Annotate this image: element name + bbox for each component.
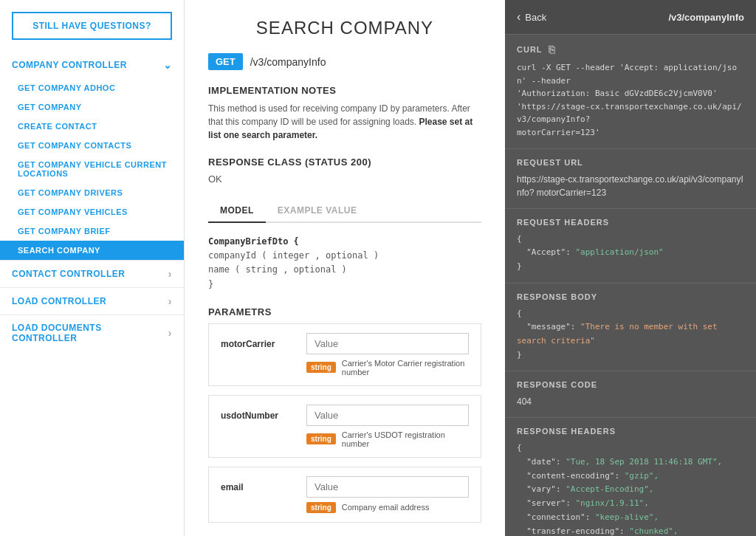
- param-type-row-email: string Company email address: [306, 502, 469, 513]
- sidebar-load-controller-header[interactable]: LOAD CONTROLLER ›: [0, 287, 184, 315]
- implementation-notes-title: IMPLEMENTATION NOTES: [208, 85, 481, 96]
- method-bar: GET /v3/companyInfo: [208, 53, 481, 70]
- tab-example-value[interactable]: EXAMPLE VALUE: [266, 199, 369, 223]
- param-input-email[interactable]: [306, 476, 469, 498]
- curl-title: CURL ⎘: [517, 44, 744, 55]
- sidebar-company-controller-label: COMPANY CONTROLLER: [12, 60, 127, 70]
- right-panel-header: ‹ Back /v3/companyInfo: [505, 0, 756, 35]
- response-body-section: RESPONSE BODY { "message": "There is no …: [505, 284, 756, 372]
- resp-body-message-key: "message":: [526, 322, 575, 331]
- request-headers-section: REQUEST HEADERS { "Accept": "application…: [505, 209, 756, 284]
- resp-headers-open-brace: {: [517, 443, 522, 453]
- request-url-section: REQUEST URL https://stage-cx.transportex…: [505, 149, 756, 209]
- chevron-right-icon: ›: [168, 268, 172, 280]
- param-block-usdotNumber: usdotNumber string Carrier's USDOT regis…: [208, 395, 481, 458]
- resp-body-close-brace: }: [517, 350, 522, 360]
- response-code-value: 404: [517, 395, 744, 408]
- curl-section: CURL ⎘ curl -X GET --header 'Accept: app…: [505, 35, 756, 149]
- response-code-title: RESPONSE CODE: [517, 380, 744, 389]
- response-body-content: { "message": "There is no member with se…: [517, 307, 744, 363]
- method-path: /v3/companyInfo: [250, 56, 326, 68]
- sidebar-item-create-contact[interactable]: CREATE CONTACT: [0, 117, 184, 136]
- sidebar-load-documents-controller-header[interactable]: LOAD DOCUMENTS CONTROLLER ›: [0, 315, 184, 351]
- param-block-email: email string Company email address: [208, 467, 481, 523]
- sidebar-item-get-company[interactable]: GET COMPANY: [0, 97, 184, 117]
- parameters-heading: PARAMETRS: [208, 306, 481, 317]
- request-url-content: https://stage-cx.transportexchange.co.uk…: [517, 173, 744, 199]
- req-headers-close-brace: }: [517, 261, 522, 271]
- param-type-badge-motorCarrier: string: [306, 362, 336, 373]
- right-panel: ‹ Back /v3/companyInfo CURL ⎘ curl -X GE…: [505, 0, 756, 536]
- model-field-2: }: [208, 278, 481, 292]
- resp-body-open-brace: {: [517, 309, 522, 318]
- parameters-section: PARAMETRS motorCarrier string Carrier's …: [208, 306, 481, 523]
- back-button[interactable]: ‹ Back: [517, 10, 546, 24]
- param-input-usdotNumber[interactable]: [306, 405, 469, 426]
- param-input-area-email: string Company email address: [306, 476, 469, 513]
- param-desc-motorCarrier: Carrier's Motor Carrier registration num…: [342, 359, 469, 377]
- resp-header-transfer: "transfer-encoding": "chunked",: [517, 526, 678, 536]
- chevron-right-icon-3: ›: [168, 327, 172, 339]
- response-headers-content: { "date": "Tue, 18 Sep 2018 11:46:18 GMT…: [517, 441, 744, 536]
- request-headers-title: REQUEST HEADERS: [517, 218, 744, 227]
- request-headers-content: { "Accept": "application/json" }: [517, 233, 744, 274]
- sidebar-item-get-company-vehicles[interactable]: GET COMPANY VEHICLES: [0, 202, 184, 221]
- param-desc-usdotNumber: Carrier's USDOT registration number: [342, 430, 469, 448]
- req-headers-open-brace: {: [517, 234, 522, 244]
- sidebar: STILL HAVE QUESTIONS? COMPANY CONTROLLER…: [0, 0, 185, 536]
- resp-header-date: "date": "Tue, 18 Sep 2018 11:46:18 GMT",: [517, 457, 722, 467]
- resp-header-encoding: "content-encoding": "gzip",: [517, 471, 659, 481]
- chevron-down-icon: ⌄: [163, 59, 173, 71]
- back-label: Back: [525, 12, 546, 23]
- param-input-motorCarrier[interactable]: [306, 333, 469, 354]
- sidebar-contact-controller-header[interactable]: CONTACT CONTROLLER ›: [0, 260, 184, 287]
- page-title: SEARCH COMPANY: [208, 18, 481, 38]
- param-type-badge-usdotNumber: string: [306, 433, 336, 444]
- sidebar-load-documents-label: LOAD DOCUMENTS CONTROLLER: [12, 323, 168, 343]
- sidebar-item-get-company-contacts[interactable]: GET COMPANY CONTACTS: [0, 136, 184, 155]
- response-code-section: RESPONSE CODE 404: [505, 371, 756, 418]
- sidebar-item-get-company-brief[interactable]: GET COMPANY BRIEF: [0, 221, 184, 241]
- model-content: CompanyBriefDto { companyId ( integer , …: [208, 235, 481, 292]
- resp-header-vary: "vary": "Accept-Encoding",: [517, 484, 653, 494]
- copy-icon[interactable]: ⎘: [549, 44, 555, 55]
- req-headers-accept-key: "Accept":: [526, 247, 571, 257]
- sidebar-contact-controller-label: CONTACT CONTROLLER: [12, 269, 125, 279]
- back-chevron-icon: ‹: [517, 10, 520, 24]
- param-row-motorCarrier: motorCarrier string Carrier's Motor Carr…: [221, 333, 469, 377]
- sidebar-load-controller-label: LOAD CONTROLLER: [12, 296, 106, 306]
- response-ok: OK: [208, 173, 481, 185]
- response-body-title: RESPONSE BODY: [517, 292, 744, 301]
- param-input-area-usdotNumber: string Carrier's USDOT registration numb…: [306, 405, 469, 448]
- param-name-usdotNumber: usdotNumber: [221, 405, 295, 421]
- param-name-email: email: [221, 476, 295, 492]
- still-questions-button[interactable]: STILL HAVE QUESTIONS?: [12, 12, 172, 40]
- param-input-area-motorCarrier: string Carrier's Motor Carrier registrat…: [306, 333, 469, 377]
- response-class-title: RESPONSE CLASS (STATUS 200): [208, 157, 481, 168]
- chevron-right-icon-2: ›: [168, 295, 172, 307]
- sidebar-item-get-vehicle-locations[interactable]: GET COMPANY VEHICLE CURRENT LOCATIONS: [0, 155, 184, 183]
- tabs-row: MODEL EXAMPLE VALUE: [208, 199, 481, 223]
- param-type-badge-email: string: [306, 502, 336, 513]
- param-type-row-usdotNumber: string Carrier's USDOT registration numb…: [306, 430, 469, 448]
- req-headers-accept-value: "application/json": [575, 247, 663, 257]
- main-content: SEARCH COMPANY GET /v3/companyInfo IMPLE…: [185, 0, 505, 536]
- sidebar-item-search-company[interactable]: SEARCH COMPANY: [0, 241, 184, 260]
- response-headers-title: RESPONSE HEADERS: [517, 427, 744, 436]
- model-field-0: companyId ( integer , optional ): [208, 249, 481, 263]
- sidebar-company-controller-header[interactable]: COMPANY CONTROLLER ⌄: [0, 52, 184, 78]
- sidebar-item-get-company-drivers[interactable]: GET COMPANY DRIVERS: [0, 183, 184, 202]
- param-type-row-motorCarrier: string Carrier's Motor Carrier registrat…: [306, 359, 469, 377]
- implementation-notes: IMPLEMENTATION NOTES This method is used…: [208, 85, 481, 142]
- curl-content: curl -X GET --header 'Accept: applicatio…: [517, 61, 744, 140]
- panel-path: /v3/companyInfo: [668, 12, 744, 23]
- resp-header-connection: "connection": "keep-alive",: [517, 512, 659, 522]
- param-name-motorCarrier: motorCarrier: [221, 333, 295, 349]
- model-field-1: name ( string , optional ): [208, 263, 481, 277]
- sidebar-item-get-company-adhoc[interactable]: GET COMPANY ADHOC: [0, 78, 184, 97]
- method-badge: GET: [208, 53, 243, 70]
- response-class: RESPONSE CLASS (STATUS 200) OK: [208, 157, 481, 185]
- tab-model[interactable]: MODEL: [208, 199, 266, 223]
- param-row-usdotNumber: usdotNumber string Carrier's USDOT regis…: [221, 405, 469, 448]
- response-headers-section: RESPONSE HEADERS { "date": "Tue, 18 Sep …: [505, 418, 756, 536]
